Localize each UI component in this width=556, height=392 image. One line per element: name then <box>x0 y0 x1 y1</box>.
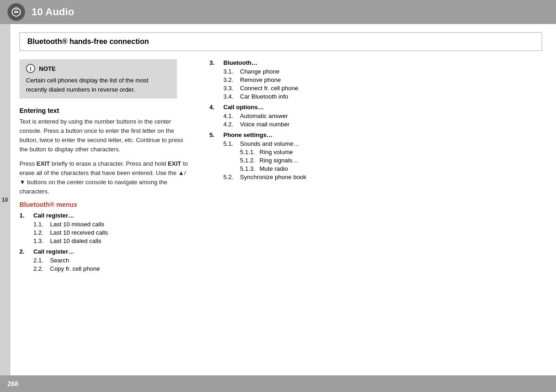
menu-sub-5-2: 5.2. Synchronize phone book <box>209 174 542 180</box>
menu-item-2: 2. Call register… <box>19 248 191 255</box>
menu-label-1: Call register… <box>33 212 74 219</box>
note-box: i NOTE Certain cell phones display the l… <box>19 59 177 99</box>
menu-sub-4-2: 4.2. Voice mail number <box>209 121 542 128</box>
two-column-layout: i NOTE Certain cell phones display the l… <box>19 59 542 276</box>
entering-text-para1: Text is entered by using the number butt… <box>19 117 191 155</box>
note-header: i NOTE <box>26 64 171 73</box>
left-column: i NOTE Certain cell phones display the l… <box>19 59 191 276</box>
menu-subsub-5-1-3: 5.1.3. Mute radio <box>209 165 542 172</box>
menu-sub-3-1: 3.1. Change phone <box>209 68 542 75</box>
menu-item-1: 1. Call register… <box>19 212 191 219</box>
note-label: NOTE <box>39 65 56 72</box>
section-box-title: Bluetooth® hands-free connection <box>27 37 149 45</box>
menu-item-4: 4. Call options… <box>209 104 542 111</box>
menu-sub-3-4: 3.4. Car Bluetooth info <box>209 93 542 100</box>
menu-sub-1-2: 1.2. Last 10 received calls <box>19 229 191 236</box>
header-bar: 10 Audio <box>0 0 556 24</box>
header-title: 10 Audio <box>32 6 74 18</box>
menu-subsub-5-1-2: 5.1.2. Ring signals… <box>209 157 542 164</box>
menu-group-2: 2. Call register… 2.1. Search 2.2. Copy … <box>19 248 191 272</box>
info-icon: i <box>26 64 35 73</box>
menu-group-5: 5. Phone settings… 5.1. Sounds and volum… <box>209 131 542 180</box>
entering-text-section: Entering text Text is entered by using t… <box>19 107 191 196</box>
menu-group-3: 3. Bluetooth… 3.1. Change phone 3.2. Rem… <box>209 59 542 100</box>
menu-item-3: 3. Bluetooth… <box>209 59 542 66</box>
menu-sub-2-2: 2.2. Copy fr. cell phone <box>19 265 191 272</box>
entering-text-para2: Press EXIT briefly to erase a character.… <box>19 159 191 197</box>
menu-sub-2-1: 2.1. Search <box>19 257 191 264</box>
menu-label-2: Call register… <box>33 248 74 255</box>
menu-subsub-5-1-1: 5.1.1. Ring volume <box>209 149 542 156</box>
right-column: 3. Bluetooth… 3.1. Change phone 3.2. Rem… <box>209 59 542 276</box>
menu-item-5: 5. Phone settings… <box>209 131 542 138</box>
entering-text-heading: Entering text <box>19 107 191 114</box>
main-layout: 10 Bluetooth® hands-free connection i NO… <box>0 24 556 375</box>
content-area: Bluetooth® hands-free connection i NOTE … <box>10 24 556 375</box>
menu-sub-5-1: 5.1. Sounds and volume… <box>209 140 542 147</box>
footer-page-number: 268 <box>7 380 18 387</box>
menu-sub-4-1: 4.1. Automatic answer <box>209 112 542 119</box>
audio-icon <box>7 3 25 21</box>
menu-sub-3-3: 3.3. Connect fr. cell phone <box>209 85 542 92</box>
bluetooth-menus-heading: Bluetooth® menus <box>19 201 191 208</box>
menu-sub-1-1: 1.1. Last 10 missed calls <box>19 221 191 228</box>
menu-group-1: 1. Call register… 1.1. Last 10 missed ca… <box>19 212 191 244</box>
menu-num-2: 2. <box>19 248 33 255</box>
menu-group-4: 4. Call options… 4.1. Automatic answer 4… <box>209 104 542 128</box>
chapter-tab: 10 <box>0 24 10 375</box>
menu-sub-3-2: 3.2. Remove phone <box>209 76 542 83</box>
menu-num-1: 1. <box>19 212 33 219</box>
menu-sub-1-3: 1.3. Last 10 dialed calls <box>19 237 191 244</box>
note-text: Certain cell phones display the list of … <box>26 76 171 94</box>
section-box: Bluetooth® hands-free connection <box>19 32 542 51</box>
footer-bar: 268 <box>0 375 556 392</box>
